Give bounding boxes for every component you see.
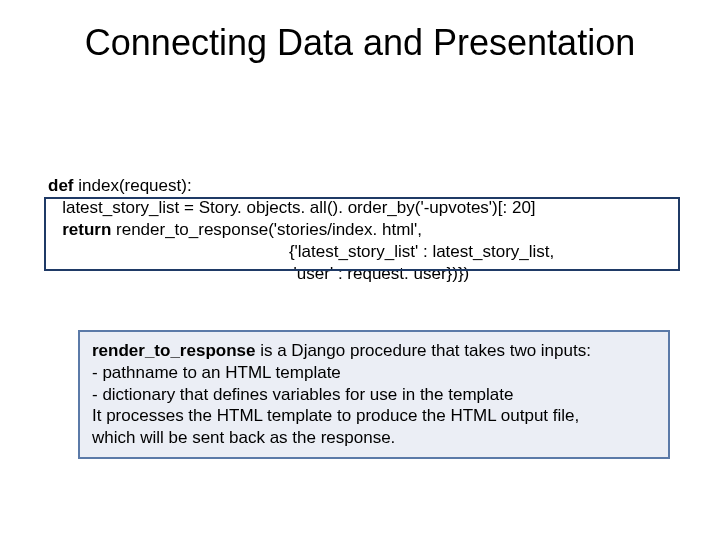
code-line-3: return render_to_response('stories/index… xyxy=(48,219,554,241)
code-line-2: latest_story_list = Story. objects. all(… xyxy=(48,197,554,219)
code-line-1: def index(request): xyxy=(48,175,554,197)
code-line-4: {'latest_story_list' : latest_story_list… xyxy=(48,241,554,263)
explanation-lead: render_to_response xyxy=(92,341,255,360)
code-text: render_to_response('stories/index. html'… xyxy=(116,220,422,239)
keyword-def: def xyxy=(48,176,78,195)
explanation-bullet-2: - dictionary that defines variables for … xyxy=(92,384,656,406)
explanation-box: render_to_response is a Django procedure… xyxy=(78,330,670,459)
explanation-text: is a Django procedure that takes two inp… xyxy=(255,341,590,360)
explanation-line-1: render_to_response is a Django procedure… xyxy=(92,340,656,362)
explanation-bullet-1: - pathname to an HTML template xyxy=(92,362,656,384)
code-block: def index(request): latest_story_list = … xyxy=(48,175,554,285)
slide-title: Connecting Data and Presentation xyxy=(0,22,720,64)
code-text: index(request): xyxy=(78,176,191,195)
explanation-line-4: It processes the HTML template to produc… xyxy=(92,405,656,427)
explanation-line-5: which will be sent back as the response. xyxy=(92,427,656,449)
keyword-return: return xyxy=(48,220,116,239)
code-line-5: 'user' : request. user})}) xyxy=(48,263,554,285)
